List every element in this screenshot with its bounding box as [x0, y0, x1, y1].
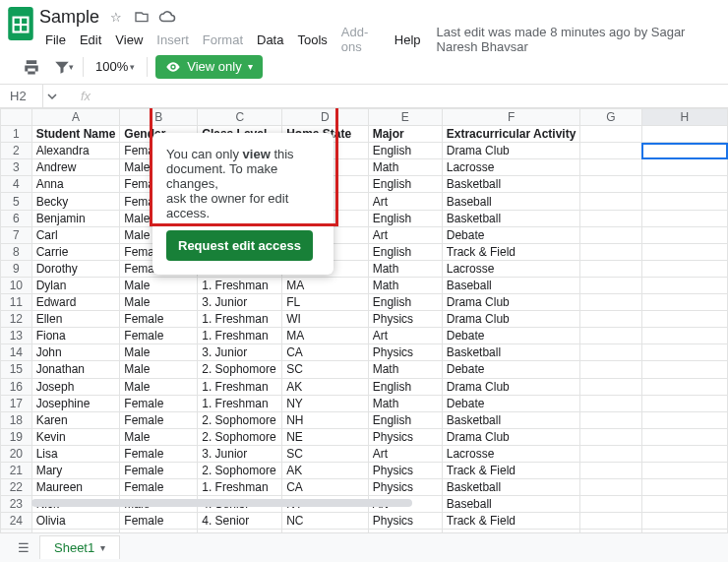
cell[interactable]: Drama Club: [442, 143, 580, 159]
horizontal-scrollbar[interactable]: [31, 499, 724, 507]
cell[interactable]: FL: [282, 294, 369, 311]
cell[interactable]: [641, 411, 727, 428]
cell[interactable]: Fiona: [31, 328, 120, 344]
cell[interactable]: [580, 159, 641, 176]
cell[interactable]: English: [368, 378, 442, 395]
cell[interactable]: Karen: [31, 411, 120, 428]
cell[interactable]: [641, 277, 727, 293]
row-header[interactable]: 13: [1, 328, 32, 344]
cell[interactable]: Track & Field: [442, 243, 580, 260]
cell[interactable]: [641, 445, 727, 462]
cell[interactable]: Male: [120, 344, 198, 361]
cell[interactable]: English: [368, 294, 442, 311]
col-header-A[interactable]: A: [31, 109, 120, 126]
menu-view[interactable]: View: [109, 31, 149, 49]
row-header[interactable]: 8: [1, 243, 32, 260]
cell[interactable]: [641, 243, 727, 260]
cell[interactable]: [580, 378, 641, 395]
cell[interactable]: Drama Club: [442, 294, 580, 311]
cell[interactable]: Andrew: [31, 159, 120, 176]
col-header-B[interactable]: B: [120, 109, 198, 126]
cell[interactable]: English: [368, 243, 442, 260]
cell[interactable]: English: [368, 411, 442, 428]
cell[interactable]: Male: [120, 361, 198, 378]
cell[interactable]: English: [368, 143, 442, 159]
cell[interactable]: Olivia: [31, 513, 120, 530]
cell[interactable]: John: [31, 344, 120, 361]
cell[interactable]: English: [368, 210, 442, 226]
cell[interactable]: [641, 479, 727, 496]
cell[interactable]: 3. Junior: [198, 344, 282, 361]
all-sheets-icon[interactable]: ☰: [18, 540, 30, 555]
row-header[interactable]: 11: [1, 294, 32, 311]
cell[interactable]: Josephine: [31, 395, 120, 411]
cell[interactable]: Jonathan: [31, 361, 120, 378]
row-header[interactable]: 19: [1, 428, 32, 445]
cell[interactable]: Art: [368, 226, 442, 243]
cell[interactable]: [641, 513, 727, 530]
cell[interactable]: AK: [282, 462, 369, 478]
cell[interactable]: [641, 126, 727, 143]
cell[interactable]: AK: [282, 378, 369, 395]
row-header[interactable]: 2: [1, 143, 32, 159]
cell[interactable]: MA: [282, 277, 369, 293]
cell[interactable]: Physics: [368, 462, 442, 478]
cell[interactable]: Major: [368, 126, 442, 143]
cell[interactable]: [641, 210, 727, 226]
col-header-H[interactable]: H: [641, 109, 727, 126]
cell[interactable]: Basketball: [442, 176, 580, 193]
cell[interactable]: [580, 210, 641, 226]
row-header[interactable]: 18: [1, 411, 32, 428]
cell[interactable]: [580, 143, 641, 159]
cell[interactable]: 2. Sophomore: [198, 411, 282, 428]
cell[interactable]: Female: [120, 328, 198, 344]
cell[interactable]: Art: [368, 328, 442, 344]
cell[interactable]: Male: [120, 428, 198, 445]
cell[interactable]: Female: [120, 479, 198, 496]
menu-help[interactable]: Help: [389, 31, 427, 49]
cell[interactable]: 1. Freshman: [198, 328, 282, 344]
cell[interactable]: [580, 395, 641, 411]
cell[interactable]: WI: [282, 311, 369, 328]
cell[interactable]: Female: [120, 411, 198, 428]
cell[interactable]: [580, 243, 641, 260]
cell[interactable]: [641, 395, 727, 411]
cell[interactable]: NH: [282, 411, 369, 428]
cell[interactable]: Mary: [31, 462, 120, 478]
cell[interactable]: Male: [120, 294, 198, 311]
cell[interactable]: Basketball: [442, 344, 580, 361]
cell[interactable]: [580, 361, 641, 378]
cell[interactable]: Physics: [368, 428, 442, 445]
row-header[interactable]: 12: [1, 311, 32, 328]
cell[interactable]: NY: [282, 395, 369, 411]
row-header[interactable]: 22: [1, 479, 32, 496]
cell[interactable]: 1. Freshman: [198, 378, 282, 395]
cell[interactable]: Basketball: [442, 210, 580, 226]
row-header[interactable]: 9: [1, 260, 32, 277]
cell[interactable]: 4. Senior: [198, 513, 282, 530]
cell[interactable]: [641, 193, 727, 210]
view-only-button[interactable]: View only ▾: [155, 55, 262, 79]
cell[interactable]: Math: [368, 260, 442, 277]
cell[interactable]: Carrie: [31, 243, 120, 260]
sheets-logo-icon[interactable]: [8, 6, 33, 41]
cell[interactable]: Anna: [31, 176, 120, 193]
cell[interactable]: [580, 513, 641, 530]
print-icon[interactable]: [20, 55, 43, 79]
cell[interactable]: Physics: [368, 479, 442, 496]
row-header[interactable]: 6: [1, 210, 32, 226]
cell[interactable]: 3. Junior: [198, 294, 282, 311]
cell[interactable]: [641, 294, 727, 311]
cell[interactable]: 2. Sophomore: [198, 428, 282, 445]
cell[interactable]: [580, 260, 641, 277]
menu-data[interactable]: Data: [251, 31, 289, 49]
chevron-down-icon[interactable]: [47, 92, 57, 101]
formula-input[interactable]: [110, 85, 728, 107]
row-header[interactable]: 7: [1, 226, 32, 243]
row-header[interactable]: 4: [1, 176, 32, 193]
cell[interactable]: Lacrosse: [442, 159, 580, 176]
row-header[interactable]: 24: [1, 513, 32, 530]
col-header-E[interactable]: E: [368, 109, 442, 126]
row-header[interactable]: 5: [1, 193, 32, 210]
cell[interactable]: Art: [368, 193, 442, 210]
